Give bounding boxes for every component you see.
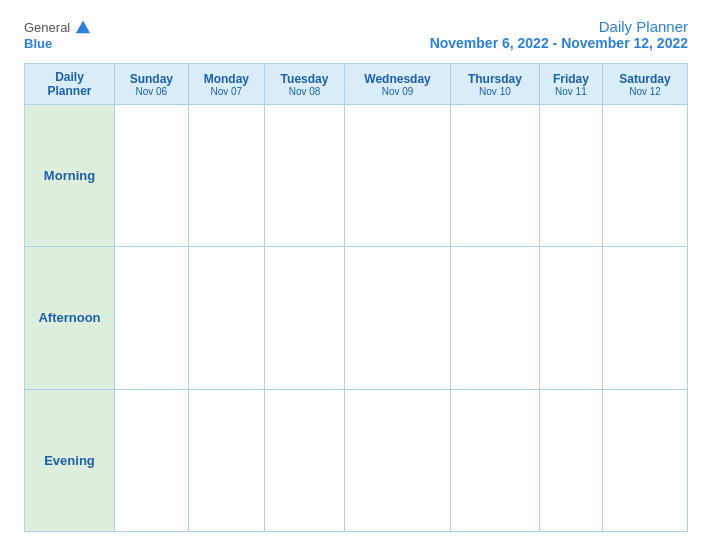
col-header-monday: Monday Nov 07 — [188, 64, 264, 105]
day-name-wednesday: Wednesday — [349, 72, 446, 86]
afternoon-label: Afternoon — [25, 247, 115, 389]
col-header-saturday: Saturday Nov 12 — [603, 64, 688, 105]
morning-label: Morning — [25, 105, 115, 247]
logo-icon — [74, 18, 92, 36]
afternoon-friday[interactable] — [539, 247, 602, 389]
col-header-sunday: Sunday Nov 06 — [115, 64, 189, 105]
morning-sunday[interactable] — [115, 105, 189, 247]
logo-general-text: General — [24, 20, 70, 35]
morning-friday[interactable] — [539, 105, 602, 247]
morning-tuesday[interactable] — [265, 105, 345, 247]
header-label-cell: Daily Planner — [25, 64, 115, 105]
col-header-friday: Friday Nov 11 — [539, 64, 602, 105]
header-label-line1: Daily — [29, 70, 110, 84]
evening-wednesday[interactable] — [344, 389, 450, 531]
logo-blue-text: Blue — [24, 36, 52, 51]
day-name-sunday: Sunday — [119, 72, 184, 86]
evening-tuesday[interactable] — [265, 389, 345, 531]
evening-label: Evening — [25, 389, 115, 531]
planner-table: Daily Planner Sunday Nov 06 Monday Nov 0… — [24, 63, 688, 532]
header-right: Daily Planner November 6, 2022 - Novembe… — [430, 18, 688, 51]
logo-area: General Blue — [24, 18, 92, 51]
evening-sunday[interactable] — [115, 389, 189, 531]
day-date-monday: Nov 07 — [193, 86, 260, 97]
day-date-thursday: Nov 10 — [455, 86, 535, 97]
evening-saturday[interactable] — [603, 389, 688, 531]
col-header-wednesday: Wednesday Nov 09 — [344, 64, 450, 105]
evening-row: Evening — [25, 389, 688, 531]
morning-wednesday[interactable] — [344, 105, 450, 247]
afternoon-saturday[interactable] — [603, 247, 688, 389]
day-name-saturday: Saturday — [607, 72, 683, 86]
header-label-line2: Planner — [29, 84, 110, 98]
day-name-tuesday: Tuesday — [269, 72, 340, 86]
day-date-friday: Nov 11 — [544, 86, 598, 97]
date-range: November 6, 2022 - November 12, 2022 — [430, 35, 688, 51]
afternoon-row: Afternoon — [25, 247, 688, 389]
day-name-monday: Monday — [193, 72, 260, 86]
afternoon-tuesday[interactable] — [265, 247, 345, 389]
svg-marker-0 — [76, 21, 90, 34]
afternoon-wednesday[interactable] — [344, 247, 450, 389]
day-date-sunday: Nov 06 — [119, 86, 184, 97]
evening-thursday[interactable] — [451, 389, 540, 531]
morning-monday[interactable] — [188, 105, 264, 247]
day-date-wednesday: Nov 09 — [349, 86, 446, 97]
day-date-tuesday: Nov 08 — [269, 86, 340, 97]
logo: General — [24, 18, 92, 36]
day-name-friday: Friday — [544, 72, 598, 86]
afternoon-sunday[interactable] — [115, 247, 189, 389]
afternoon-thursday[interactable] — [451, 247, 540, 389]
header: General Blue Daily Planner November 6, 2… — [24, 18, 688, 51]
morning-thursday[interactable] — [451, 105, 540, 247]
evening-friday[interactable] — [539, 389, 602, 531]
day-date-saturday: Nov 12 — [607, 86, 683, 97]
evening-monday[interactable] — [188, 389, 264, 531]
day-name-thursday: Thursday — [455, 72, 535, 86]
afternoon-monday[interactable] — [188, 247, 264, 389]
page-title: Daily Planner — [430, 18, 688, 35]
col-header-thursday: Thursday Nov 10 — [451, 64, 540, 105]
col-header-tuesday: Tuesday Nov 08 — [265, 64, 345, 105]
morning-saturday[interactable] — [603, 105, 688, 247]
morning-row: Morning — [25, 105, 688, 247]
header-row: Daily Planner Sunday Nov 06 Monday Nov 0… — [25, 64, 688, 105]
